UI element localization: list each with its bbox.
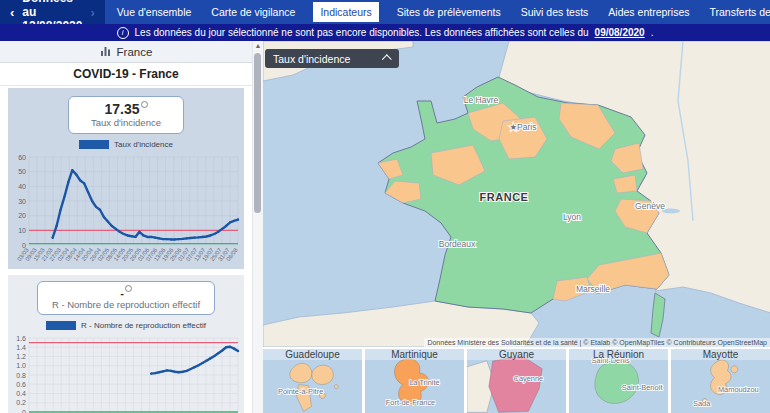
city-label: Genève bbox=[635, 201, 665, 211]
svg-text:Pointe-à-Pitre: Pointe-à-Pitre bbox=[278, 387, 323, 396]
svg-text:30: 30 bbox=[18, 198, 26, 205]
sidebar: France COVID-19 - France 17.35 Taux d'in… bbox=[0, 41, 252, 413]
incidence-value-label: Taux d'incidence bbox=[73, 117, 179, 128]
svg-text:Mamoudzou: Mamoudzou bbox=[718, 385, 759, 394]
city-label: Lyon bbox=[563, 212, 581, 222]
indicator-card-incidence: 17.35 Taux d'incidence Taux d'incidence … bbox=[8, 88, 244, 269]
svg-text:La Trinité: La Trinité bbox=[409, 378, 439, 387]
banner-date-link[interactable]: 09/08/2020 bbox=[595, 27, 645, 38]
r-value: - bbox=[120, 287, 124, 299]
country-label: FRANCE bbox=[480, 191, 529, 203]
page-title: COVID-19 - France bbox=[0, 63, 252, 86]
app-root: ‹ Données au 12/08/2020 › Vue d'ensemble… bbox=[0, 0, 770, 413]
overseas-map-reunion[interactable]: Saint-DenisSaint-BenoîtLa Réunion bbox=[569, 349, 668, 413]
svg-text:0: 0 bbox=[22, 409, 26, 413]
tab-5[interactable]: Aides entreprises bbox=[606, 2, 691, 22]
city-label: Marseille bbox=[576, 284, 610, 294]
city-label: Le Havre bbox=[464, 95, 499, 105]
incidence-value: 17.35 bbox=[104, 101, 139, 117]
map-indicator-label: Taux d'incidence bbox=[273, 53, 350, 65]
city-label: ★Paris bbox=[510, 122, 537, 132]
incidence-legend: Taux d'incidence bbox=[8, 140, 244, 149]
legend-swatch bbox=[79, 140, 109, 149]
info-banner: i Les données du jour sélectionné ne son… bbox=[0, 24, 770, 41]
legend-swatch bbox=[46, 321, 76, 330]
svg-text:0.8: 0.8 bbox=[16, 372, 26, 379]
indicator-card-r: - R - Nombre de reproduction effectif R … bbox=[8, 275, 244, 413]
map-canvas: Le Havre★ParisGenèveLyonBordeauxMarseill… bbox=[263, 41, 770, 347]
top-navbar: ‹ Données au 12/08/2020 › Vue d'ensemble… bbox=[0, 0, 770, 24]
tab-0[interactable]: Vue d'ensemble bbox=[115, 2, 194, 22]
info-icon: i bbox=[117, 27, 129, 39]
banner-text: Les données du jour sélectionné ne sont … bbox=[135, 27, 589, 38]
r-legend: R - Nombre de reproduction effectif bbox=[8, 321, 244, 330]
map-area: Taux d'incidence bbox=[263, 41, 770, 413]
france-map[interactable]: Taux d'incidence bbox=[263, 41, 770, 347]
overseas-title: Guadeloupe bbox=[263, 349, 362, 360]
tab-4[interactable]: Suivi des tests bbox=[519, 2, 591, 22]
overseas-title: Martinique bbox=[365, 349, 464, 360]
overseas-row: Pointe-à-PitreGuadeloupeLa TrinitéFort-d… bbox=[263, 347, 770, 413]
incidence-value-box[interactable]: 17.35 Taux d'incidence bbox=[68, 96, 184, 134]
svg-text:10: 10 bbox=[18, 227, 26, 234]
legend-label: Taux d'incidence bbox=[114, 140, 173, 149]
sidebar-scrollbar[interactable]: ▲ bbox=[252, 41, 263, 413]
prev-date-icon[interactable]: ‹ bbox=[10, 6, 14, 19]
overseas-title: Guyane bbox=[467, 349, 566, 360]
svg-text:1.4: 1.4 bbox=[16, 344, 26, 351]
date-navigator: ‹ Données au 12/08/2020 › bbox=[0, 0, 105, 24]
overseas-map-mayotte[interactable]: MamoudzouSadaMayotte bbox=[671, 349, 770, 413]
map-attribution: Données Ministère des Solidarités et de … bbox=[424, 338, 770, 347]
overseas-map-guadeloupe[interactable]: Pointe-à-PitreGuadeloupe bbox=[263, 349, 362, 413]
svg-text:20: 20 bbox=[18, 212, 26, 219]
legend-label: R - Nombre de reproduction effectif bbox=[81, 321, 206, 330]
bar-chart-icon bbox=[100, 46, 111, 57]
svg-text:0.6: 0.6 bbox=[16, 381, 26, 388]
svg-text:Sada: Sada bbox=[693, 399, 711, 408]
svg-text:0.2: 0.2 bbox=[16, 400, 26, 407]
r-value-box[interactable]: - R - Nombre de reproduction effectif bbox=[37, 281, 215, 315]
overseas-map-guyane[interactable]: CayenneGuyane bbox=[467, 349, 566, 413]
svg-text:1.6: 1.6 bbox=[16, 335, 26, 342]
overseas-title: Mayotte bbox=[671, 349, 770, 360]
svg-text:Fort-de-France: Fort-de-France bbox=[386, 398, 435, 407]
tab-1[interactable]: Carte de vigilance bbox=[209, 2, 297, 22]
svg-text:Saint-Benoît: Saint-Benoît bbox=[622, 383, 663, 392]
info-icon bbox=[141, 101, 148, 108]
r-chart: 00.20.40.60.81.01.21.41.6 bbox=[9, 334, 243, 413]
tab-2[interactable]: Indicateurs bbox=[313, 2, 378, 22]
chevron-up-icon bbox=[382, 54, 392, 64]
svg-text:1.2: 1.2 bbox=[16, 353, 26, 360]
overseas-map-martinique[interactable]: La TrinitéFort-de-FranceMartinique bbox=[365, 349, 464, 413]
tab-3[interactable]: Sites de prélèvements bbox=[395, 2, 503, 22]
tab-bar: Vue d'ensembleCarte de vigilanceIndicate… bbox=[105, 0, 770, 24]
banner-suffix: . bbox=[651, 27, 654, 38]
svg-text:1.0: 1.0 bbox=[16, 363, 26, 370]
overseas-title: La Réunion bbox=[569, 349, 668, 360]
tab-6[interactable]: Transferts de patients bbox=[707, 2, 770, 22]
incidence-chart: 010203040506003/0309/0315/0321/0327/0302… bbox=[9, 153, 243, 269]
svg-text:0.4: 0.4 bbox=[16, 390, 26, 397]
city-label: Bordeaux bbox=[439, 239, 476, 249]
scroll-up-icon[interactable]: ▲ bbox=[253, 42, 263, 49]
r-value-label: R - Nombre de reproduction effectif bbox=[42, 299, 210, 310]
next-date-icon[interactable]: › bbox=[90, 6, 94, 19]
geo-label: France bbox=[117, 46, 153, 58]
svg-text:40: 40 bbox=[18, 183, 26, 190]
info-icon bbox=[125, 285, 132, 292]
svg-text:60: 60 bbox=[18, 154, 26, 161]
scrollbar-thumb[interactable] bbox=[254, 53, 261, 213]
svg-text:50: 50 bbox=[18, 168, 26, 175]
map-indicator-selector[interactable]: Taux d'incidence bbox=[265, 49, 399, 68]
geo-selector[interactable]: France bbox=[0, 41, 252, 63]
svg-text:Cayenne: Cayenne bbox=[514, 374, 544, 383]
